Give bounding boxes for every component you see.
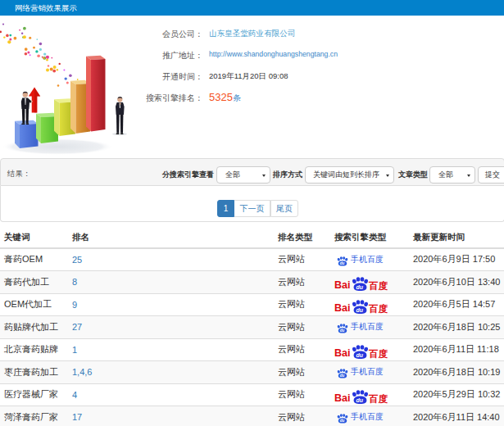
svg-text:百度: 百度 bbox=[368, 392, 388, 403]
svg-text:百度: 百度 bbox=[368, 347, 388, 358]
svg-text:du: du bbox=[340, 419, 345, 424]
svg-text:Bai: Bai bbox=[334, 392, 350, 404]
svg-text:du: du bbox=[356, 284, 364, 290]
svg-text:du: du bbox=[340, 329, 345, 333]
svg-text:Bai: Bai bbox=[334, 347, 350, 359]
svg-text:Bai: Bai bbox=[334, 302, 350, 314]
svg-text:du: du bbox=[356, 307, 364, 313]
svg-text:du: du bbox=[340, 374, 345, 378]
svg-text:du: du bbox=[356, 397, 364, 403]
svg-text:百度: 百度 bbox=[368, 280, 388, 291]
svg-text:百度: 百度 bbox=[368, 302, 388, 313]
svg-text:du: du bbox=[356, 352, 364, 358]
svg-text:du: du bbox=[340, 261, 345, 265]
svg-text:Bai: Bai bbox=[334, 279, 350, 291]
